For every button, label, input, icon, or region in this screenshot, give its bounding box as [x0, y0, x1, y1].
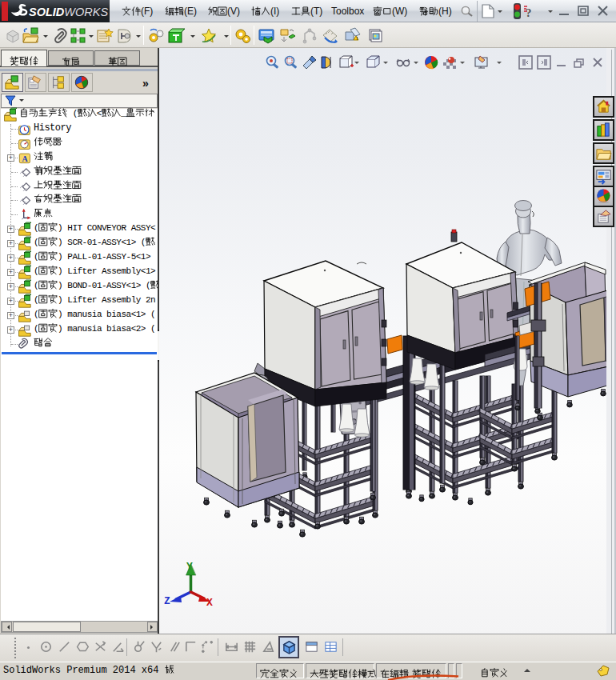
svg-text:?: ?: [526, 6, 532, 19]
svg-text:Y: Y: [186, 561, 193, 573]
svg-text:Z: Z: [164, 595, 170, 607]
svg-text:A: A: [22, 154, 28, 163]
svg-text:X: X: [206, 597, 213, 609]
svg-text:SOLIDWORKS: SOLIDWORKS: [29, 6, 108, 18]
